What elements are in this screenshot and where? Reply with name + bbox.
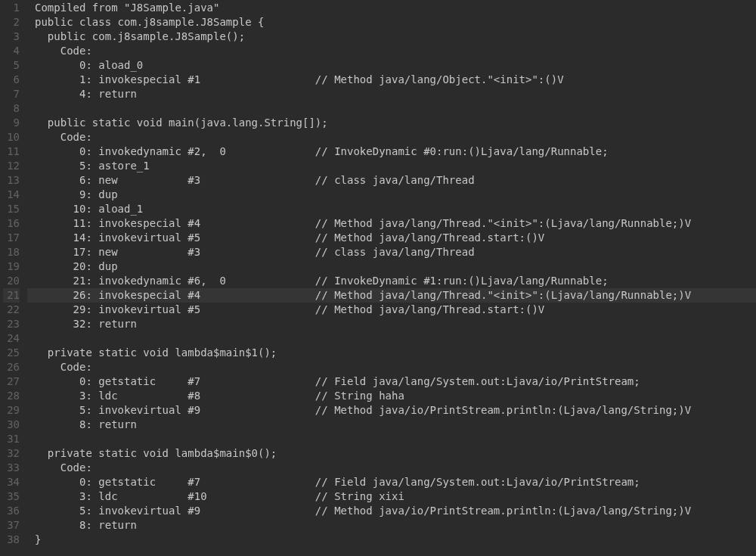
code-line[interactable]: Compiled from "J8Sample.java" (27, 1, 756, 15)
code-line[interactable]: 4: return (27, 87, 756, 101)
line-number: 34 (3, 475, 20, 489)
code-line[interactable]: public class com.j8sample.J8Sample { (27, 15, 756, 30)
line-number: 11 (3, 144, 20, 159)
line-number: 29 (3, 403, 20, 418)
code-line[interactable]: 17: new #3 // class java/lang/Thread (27, 245, 756, 259)
line-number: 16 (3, 216, 20, 231)
code-line[interactable]: 11: invokespecial #4 // Method java/lang… (27, 216, 756, 231)
code-line[interactable]: 0: invokedynamic #2, 0 // InvokeDynamic … (27, 144, 756, 159)
code-line[interactable] (27, 101, 756, 116)
line-number: 14 (3, 188, 20, 202)
code-line[interactable]: public static void main(java.lang.String… (27, 116, 756, 130)
code-line[interactable]: 21: invokedynamic #6, 0 // InvokeDynamic… (27, 274, 756, 288)
code-line[interactable] (27, 331, 756, 346)
code-line[interactable]: 6: new #3 // class java/lang/Thread (27, 173, 756, 188)
line-number: 26 (3, 360, 20, 374)
line-number: 22 (3, 303, 20, 317)
code-line[interactable]: Code: (27, 130, 756, 144)
code-line[interactable]: public com.j8sample.J8Sample(); (27, 30, 756, 44)
line-number: 1 (3, 1, 20, 15)
line-number: 6 (3, 73, 20, 87)
code-line[interactable]: 5: invokevirtual #9 // Method java/io/Pr… (27, 504, 756, 518)
code-editor[interactable]: 1234567891011121314151617181920212223242… (0, 0, 756, 556)
code-line[interactable]: 26: invokespecial #4 // Method java/lang… (27, 288, 756, 303)
line-number: 4 (3, 44, 20, 58)
code-line[interactable]: } (27, 533, 756, 547)
code-line[interactable]: private static void lambda$main$0(); (27, 446, 756, 461)
code-line[interactable]: 20: dup (27, 259, 756, 274)
line-number: 23 (3, 317, 20, 331)
code-line[interactable]: 3: ldc #8 // String haha (27, 389, 756, 403)
code-line[interactable]: Code: (27, 360, 756, 374)
code-line[interactable] (27, 432, 756, 446)
line-number: 13 (3, 173, 20, 188)
line-number: 20 (3, 274, 20, 288)
code-line[interactable]: 5: invokevirtual #9 // Method java/io/Pr… (27, 403, 756, 418)
line-number: 10 (3, 130, 20, 144)
code-line[interactable]: 8: return (27, 418, 756, 432)
line-number: 17 (3, 231, 20, 245)
code-line[interactable]: 9: dup (27, 188, 756, 202)
code-line[interactable]: Code: (27, 461, 756, 475)
line-number: 8 (3, 101, 20, 116)
line-number-gutter: 1234567891011121314151617181920212223242… (0, 0, 27, 556)
line-number: 31 (3, 432, 20, 446)
line-number: 27 (3, 374, 20, 389)
line-number: 32 (3, 446, 20, 461)
line-number: 7 (3, 87, 20, 101)
line-number: 9 (3, 116, 20, 130)
code-line[interactable]: private static void lambda$main$1(); (27, 346, 756, 360)
line-number: 33 (3, 461, 20, 475)
code-line[interactable]: 32: return (27, 317, 756, 331)
code-line[interactable]: 0: getstatic #7 // Field java/lang/Syste… (27, 374, 756, 389)
line-number: 35 (3, 489, 20, 504)
line-number: 3 (3, 30, 20, 44)
line-number: 21 (3, 288, 20, 303)
code-line[interactable]: 5: astore_1 (27, 159, 756, 173)
code-content-area[interactable]: Compiled from "J8Sample.java"public clas… (27, 0, 756, 556)
line-number: 12 (3, 159, 20, 173)
code-line[interactable]: 10: aload_1 (27, 202, 756, 216)
line-number: 36 (3, 504, 20, 518)
code-line[interactable]: 14: invokevirtual #5 // Method java/lang… (27, 231, 756, 245)
code-line[interactable]: 1: invokespecial #1 // Method java/lang/… (27, 73, 756, 87)
line-number: 24 (3, 331, 20, 346)
line-number: 28 (3, 389, 20, 403)
code-line[interactable]: 29: invokevirtual #5 // Method java/lang… (27, 303, 756, 317)
line-number: 15 (3, 202, 20, 216)
line-number: 2 (3, 15, 20, 30)
code-line[interactable]: Code: (27, 44, 756, 58)
line-number: 30 (3, 418, 20, 432)
code-line[interactable]: 8: return (27, 518, 756, 533)
line-number: 38 (3, 533, 20, 547)
line-number: 25 (3, 346, 20, 360)
line-number: 5 (3, 58, 20, 73)
line-number: 37 (3, 518, 20, 533)
code-line[interactable]: 0: aload_0 (27, 58, 756, 73)
line-number: 18 (3, 245, 20, 259)
code-line[interactable]: 0: getstatic #7 // Field java/lang/Syste… (27, 475, 756, 489)
line-number: 19 (3, 259, 20, 274)
code-line[interactable]: 3: ldc #10 // String xixi (27, 489, 756, 504)
